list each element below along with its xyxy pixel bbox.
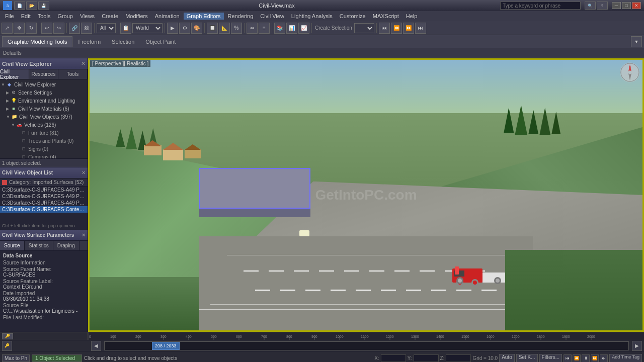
- menu-help[interactable]: Help: [403, 13, 421, 20]
- list-item[interactable]: C:3Dsurface-C-SURFACES-A49 PavedSlar...: [0, 200, 88, 206]
- menu-customize[interactable]: Customize: [337, 13, 369, 20]
- select-btn[interactable]: ↗: [2, 23, 13, 34]
- list-item[interactable]: C:3Dsurface-C-SURFACES-A49 PavedSlar...: [0, 193, 88, 200]
- tab-object-paint[interactable]: Object Paint: [140, 36, 181, 47]
- menu-modifiers[interactable]: Modifiers: [122, 13, 151, 20]
- surf-tab-source[interactable]: Source: [0, 241, 25, 250]
- tree-civil-view-explorer[interactable]: ▼◆Civil View Explorer: [0, 80, 88, 88]
- tree-furniture[interactable]: ▶□Furniture (81): [0, 129, 88, 137]
- surface-params-close-btn[interactable]: ✕: [82, 232, 86, 238]
- tab-graphite-modeling[interactable]: Graphite Modeling Tools: [2, 36, 72, 47]
- layer-btn[interactable]: 📚: [274, 23, 285, 34]
- timeline-prev-btn[interactable]: ◀: [91, 341, 101, 351]
- exp-tab-tools[interactable]: Tools: [58, 69, 88, 79]
- tree-materials[interactable]: ▶■Civil View Materials (6): [0, 105, 88, 113]
- menu-lighting[interactable]: Lighting Analysis: [288, 13, 336, 20]
- tree-environment[interactable]: ▶💡Environment and Lighting: [0, 97, 88, 105]
- menu-edit[interactable]: Edit: [18, 13, 34, 20]
- list-item-selected[interactable]: C:3Dsurface-C-SURFACES-Context EGrou...: [0, 206, 88, 213]
- menu-file[interactable]: File: [2, 13, 17, 20]
- list-item[interactable]: C:3Dsurface-C-SURFACES-A49 PavedSlar...: [0, 187, 88, 193]
- angle-snap-btn[interactable]: 📐: [219, 23, 230, 34]
- play-end-btn[interactable]: ⏭: [600, 354, 608, 363]
- tab-selection[interactable]: Selection: [106, 36, 140, 47]
- world-dropdown[interactable]: World: [132, 23, 163, 33]
- menu-tools[interactable]: Tools: [35, 13, 54, 20]
- timeline-track[interactable]: 208 / 2033: [104, 341, 629, 350]
- y-input[interactable]: [414, 354, 439, 362]
- tree-signs[interactable]: ▶□Signs (0): [0, 145, 88, 153]
- search-input[interactable]: [500, 2, 581, 10]
- align-btn[interactable]: ≡: [259, 23, 270, 34]
- last-frame-btn[interactable]: ⏭: [415, 23, 426, 34]
- exp-tab-civil-explorer[interactable]: Civil Explorer: [0, 69, 29, 79]
- prev-frame-btn[interactable]: ⏪: [391, 23, 402, 34]
- schematic-btn[interactable]: 📊: [286, 23, 297, 34]
- timeline-key-btn[interactable]: 🔑: [2, 341, 12, 351]
- timeline-next-btn[interactable]: ▶: [632, 341, 642, 351]
- help-icon-btn[interactable]: ?: [597, 2, 608, 10]
- key-icon-btn[interactable]: 🔑: [2, 333, 13, 339]
- z-input[interactable]: [446, 354, 471, 362]
- search-icon-btn[interactable]: 🔍: [585, 2, 596, 10]
- add-time-tag-btn[interactable]: Add Time Tag: [609, 354, 642, 363]
- move-btn[interactable]: ✥: [14, 23, 25, 34]
- expand-graphite-btn[interactable]: ▼: [631, 36, 642, 47]
- menu-group[interactable]: Group: [54, 13, 76, 20]
- tree-trees-plants[interactable]: ▶□Trees and Plants (0): [0, 137, 88, 145]
- menu-views[interactable]: Views: [77, 13, 98, 20]
- tree-vehicles[interactable]: ▼🚗Vehicles (126): [0, 121, 88, 129]
- menu-rendering[interactable]: Rendering: [225, 13, 257, 20]
- tree-cameras[interactable]: ▶□Cameras (4): [0, 153, 88, 158]
- x-input[interactable]: [381, 354, 406, 362]
- menu-create[interactable]: Create: [99, 13, 121, 20]
- render-setup-btn[interactable]: ⚙: [179, 23, 190, 34]
- filters-btn[interactable]: Filters...: [539, 354, 562, 363]
- mirror-btn[interactable]: ⇔: [247, 23, 258, 34]
- curve-editor-btn[interactable]: 📈: [298, 23, 309, 34]
- snap-toggle-btn[interactable]: 🔲: [207, 23, 218, 34]
- play-stop-btn[interactable]: ⏸: [582, 354, 590, 363]
- object-list-close-btn[interactable]: ✕: [82, 170, 86, 175]
- named-sets-btn[interactable]: 📋: [120, 23, 131, 34]
- timeline-playhead[interactable]: 208 / 2033: [152, 342, 180, 350]
- open-btn[interactable]: 📂: [26, 2, 37, 10]
- menu-animation[interactable]: Animation: [152, 13, 183, 20]
- menu-graph-editors[interactable]: Graph Editors: [184, 13, 224, 20]
- tree-civil-objects[interactable]: ▼📁Civil View Objects (397): [0, 113, 88, 121]
- filter-dropdown[interactable]: All: [97, 23, 116, 33]
- main-layout: Civil View Explorer ✕ Civil Explorer Res…: [0, 58, 644, 332]
- render-btn[interactable]: ▶: [167, 23, 178, 34]
- explorer-close-btn[interactable]: ✕: [81, 60, 86, 67]
- surf-tab-statistics[interactable]: Statistics: [25, 241, 53, 250]
- create-selection-dropdown[interactable]: [354, 23, 374, 33]
- material-editor-btn[interactable]: 🎨: [191, 23, 202, 34]
- close-button[interactable]: ✕: [632, 2, 641, 9]
- set-key-btn[interactable]: Set K...: [516, 354, 538, 363]
- minimize-button[interactable]: ─: [612, 2, 621, 9]
- auto-key-btn[interactable]: Auto: [499, 354, 515, 363]
- redo-btn[interactable]: ↪: [53, 23, 64, 34]
- surf-tab-draping[interactable]: Draping: [53, 241, 79, 250]
- tree-container[interactable]: ▼◆Civil View Explorer ▶⚙Scene Settings ▶…: [0, 79, 88, 158]
- tree-scene-settings[interactable]: ▶⚙Scene Settings: [0, 88, 88, 97]
- link-btn[interactable]: 🔗: [69, 23, 80, 34]
- percent-snap-btn[interactable]: %: [231, 23, 242, 34]
- play-start-btn[interactable]: ⏮: [564, 354, 572, 363]
- play-btn[interactable]: ⏮: [379, 23, 390, 34]
- next-frame-btn[interactable]: ⏩: [403, 23, 414, 34]
- play-prev-btn[interactable]: ⏪: [573, 354, 581, 363]
- surface-params-title: Civil View Surface Parameters: [2, 232, 74, 238]
- rotate-btn[interactable]: ↻: [26, 23, 37, 34]
- exp-tab-resources[interactable]: Resources: [29, 69, 58, 79]
- menu-civil-view[interactable]: Civil View: [257, 13, 287, 20]
- maximize-button[interactable]: □: [622, 2, 631, 9]
- menu-maxscript[interactable]: MAXScript: [370, 13, 402, 20]
- save-btn[interactable]: 💾: [38, 2, 49, 10]
- tab-freeform[interactable]: Freeform: [72, 36, 106, 47]
- undo-btn[interactable]: ↩: [41, 23, 52, 34]
- viewport[interactable]: [ Perspective ][ Realistic ]: [88, 58, 644, 332]
- play-next-btn[interactable]: ⏩: [591, 354, 599, 363]
- new-btn[interactable]: 📄: [14, 2, 25, 10]
- unlink-btn[interactable]: ⛓: [81, 23, 92, 34]
